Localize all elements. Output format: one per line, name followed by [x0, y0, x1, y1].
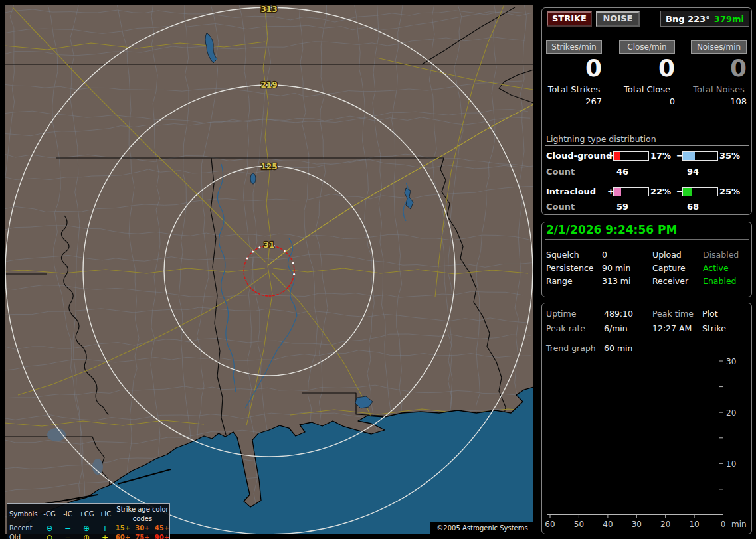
- legend-row-recent: Recent: [9, 524, 40, 533]
- persistence-label: Persistence: [546, 263, 594, 273]
- neg-cg-old-icon: ⊖: [40, 534, 59, 539]
- legend-header-symbols: Symbols: [9, 510, 40, 519]
- trend-axis-labels: 30 20 10 60 50 40 30 20 10 0 min: [545, 357, 746, 529]
- svg-text:50: 50: [574, 520, 584, 529]
- legend-header-neg-ic: -IC: [59, 510, 76, 519]
- noises-per-min-label: Noises/min: [691, 40, 747, 54]
- strike-stats-panel: STRIKE NOISE Bng 223° 379mi Strikes/min …: [541, 7, 752, 215]
- receiver-label: Receiver: [652, 276, 688, 286]
- distribution-divider: [545, 145, 749, 146]
- lightning-map[interactable]: 313 219 125 31 Symbols -CG -IC +CG +IC S…: [5, 5, 533, 534]
- legend-header-age: Strike age color codes: [114, 505, 171, 524]
- legend-header-pos-ic: +IC: [96, 510, 114, 519]
- age-15: 15+: [114, 524, 132, 533]
- status-panel: 2/1/2026 9:24:56 PM Squelch 0 Upload Dis…: [541, 222, 752, 297]
- noises-counter: Noises/min 0 Total Noises 108: [691, 40, 747, 106]
- ic-positive-pct: 22%: [650, 187, 671, 196]
- ic-negative-bar: [682, 187, 718, 196]
- bearing-label: Bng 223°: [666, 14, 710, 24]
- svg-text:30: 30: [632, 520, 642, 529]
- total-strikes-value: 267: [546, 96, 602, 106]
- svg-text:min: min: [731, 520, 747, 529]
- svg-text:10: 10: [689, 520, 699, 529]
- noises-per-min-value: 0: [691, 56, 747, 81]
- upload-label: Upload: [652, 250, 682, 260]
- ring-label-125: 125: [260, 162, 277, 171]
- total-strikes-label: Total Strikes: [546, 84, 602, 94]
- cg-positive-bar: [613, 151, 649, 161]
- datetime-display: 2/1/2026 9:24:56 PM: [546, 223, 677, 236]
- bearing-display: Bng 223° 379mi: [660, 11, 749, 27]
- cg-negative-pct: 35%: [719, 151, 740, 161]
- range-label: Range: [546, 276, 573, 286]
- svg-text:60: 60: [545, 520, 555, 529]
- ring-label-219: 219: [260, 80, 277, 90]
- map-legend: Symbols -CG -IC +CG +IC Strike age color…: [7, 503, 170, 539]
- app-window: { "map": { "rings": ["313", "219", "125"…: [0, 0, 756, 539]
- intracloud-label: Intracloud: [546, 187, 596, 196]
- legend-row-old: Old: [9, 533, 40, 539]
- close-per-min-label: Close/min: [619, 40, 675, 54]
- squelch-label: Squelch: [546, 250, 579, 260]
- svg-text:20: 20: [660, 520, 670, 529]
- total-noises-label: Total Noises: [691, 84, 747, 94]
- age-90: 90+: [153, 533, 171, 539]
- ic-negative-count: 68: [687, 202, 699, 212]
- ring-label-313: 313: [260, 5, 277, 14]
- pos-cg-old-icon: ⊕: [76, 534, 96, 539]
- copyright-text: ©2005 Astrogenic Systems: [430, 522, 534, 534]
- distribution-title: Lightning type distribution: [546, 134, 656, 144]
- cloud-ground-label: Cloud-ground: [546, 151, 612, 161]
- svg-text:20: 20: [726, 408, 736, 418]
- neg-cg-recent-icon: ⊖: [40, 524, 59, 533]
- cg-positive-count: 46: [616, 167, 628, 177]
- ic-positive-bar: [613, 187, 649, 196]
- svg-text:30: 30: [726, 357, 736, 366]
- age-45: 45+: [153, 524, 171, 533]
- ring-label-31: 31: [264, 240, 275, 250]
- pos-cg-recent-icon: ⊕: [76, 524, 96, 533]
- cg-negative-count: 94: [687, 167, 699, 177]
- svg-text:10: 10: [726, 459, 736, 469]
- map-canvas: 313 219 125 31: [5, 5, 533, 534]
- total-noises-value: 108: [691, 96, 747, 106]
- trend-axes: [547, 359, 723, 518]
- strikes-counter: Strikes/min 0 Total Strikes 267: [546, 40, 602, 106]
- squelch-value: 0: [602, 250, 607, 260]
- strike-button[interactable]: STRIKE: [547, 11, 592, 27]
- noise-button[interactable]: NOISE: [596, 11, 640, 27]
- upload-status: Disabled: [703, 250, 739, 260]
- close-per-min-value: 0: [619, 56, 675, 81]
- ic-negative-pct: 25%: [719, 187, 740, 196]
- svg-text:40: 40: [603, 520, 613, 529]
- strikes-per-min-value: 0: [546, 56, 602, 81]
- age-75: 75+: [132, 533, 153, 539]
- total-close-value: 0: [619, 96, 675, 106]
- age-30: 30+: [132, 524, 153, 533]
- trend-graph: 30 20 10 60 50 40 30 20 10 0 min: [542, 303, 751, 534]
- receiver-status: Enabled: [703, 276, 737, 286]
- strikes-per-min-label: Strikes/min: [546, 40, 602, 54]
- ic-count-label: Count: [546, 202, 575, 212]
- pos-ic-old-icon: +: [96, 534, 114, 539]
- persistence-value: 90 min: [602, 263, 630, 273]
- neg-ic-recent-icon: −: [59, 524, 76, 533]
- legend-header-pos-cg: +CG: [76, 510, 96, 519]
- cg-count-label: Count: [546, 167, 575, 177]
- cg-positive-pct: 17%: [650, 151, 671, 161]
- cg-negative-bar: [682, 151, 718, 161]
- capture-label: Capture: [652, 263, 686, 273]
- trend-panel: Uptime 489:10 Peak time Plot Peak rate 6…: [541, 303, 752, 534]
- bearing-distance: 379mi: [714, 14, 744, 24]
- pos-ic-recent-icon: +: [96, 524, 114, 533]
- age-60: 60+: [114, 533, 132, 539]
- svg-text:0: 0: [721, 520, 726, 529]
- ic-positive-count: 59: [616, 202, 628, 212]
- range-value: 313 mi: [602, 276, 630, 286]
- datetime-divider: [545, 239, 749, 240]
- total-close-label: Total Close: [619, 84, 675, 94]
- neg-ic-old-icon: −: [59, 534, 76, 539]
- legend-header-neg-cg: -CG: [40, 510, 59, 519]
- capture-status: Active: [703, 263, 729, 273]
- close-counter: Close/min 0 Total Close 0: [619, 40, 675, 106]
